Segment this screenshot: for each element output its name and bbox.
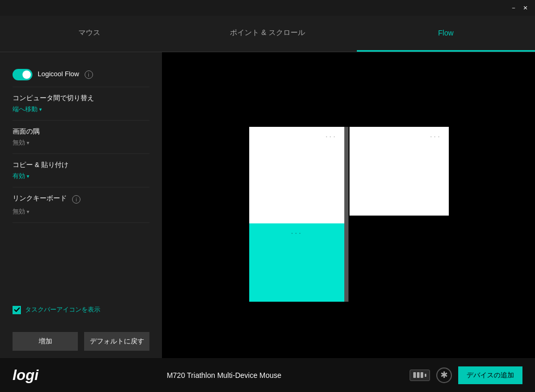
tab-mouse[interactable]: マウス [0, 16, 178, 52]
logicool-flow-label: Logicool Flow [38, 70, 79, 78]
close-button[interactable]: ✕ [519, 2, 531, 14]
screen-corner-row: 画面の隅 無効 ▾ [13, 121, 149, 154]
reset-button[interactable]: デフォルトに戻す [84, 332, 149, 351]
tab-bar: マウス ポイント & スクロール Flow [0, 16, 535, 52]
add-button[interactable]: 増加 [13, 332, 78, 351]
left-panel: Logicool Flow i コンピュータ間で切り替え 端へ移動 ▾ 画面の隅… [0, 52, 162, 358]
screen-1-dots: ··· [325, 132, 337, 141]
screen-2: ··· [350, 127, 449, 216]
link-keyboard-chevron: ▾ [27, 209, 29, 215]
link-keyboard-row: リンクキーボード i 無効 ▾ [13, 187, 149, 223]
taskbar-label: タスクバーアイコンを表示 [25, 305, 100, 314]
screen-corner-label: 画面の隅 [13, 127, 149, 136]
copy-paste-sublabel[interactable]: 有効 ▾ [13, 172, 149, 181]
main-content: Logicool Flow i コンピュータ間で切り替え 端へ移動 ▾ 画面の隅… [0, 52, 535, 358]
screen-corner-sublabel[interactable]: 無効 ▾ [13, 138, 149, 147]
footer-right: ✱ デバイスの追加 [410, 366, 522, 384]
title-bar: − ✕ [0, 0, 535, 16]
bottom-buttons: 増加 デフォルトに戻す [0, 325, 162, 358]
screen-3-dots: ··· [291, 229, 303, 238]
link-keyboard-info-icon[interactable]: i [72, 195, 80, 204]
right-panel: ··· ··· ··· [162, 52, 535, 358]
add-device-button[interactable]: デバイスの追加 [458, 366, 522, 384]
footer-logo: logi [13, 367, 39, 384]
tab-point-scroll[interactable]: ポイント & スクロール [178, 16, 356, 52]
screen-corner-chevron: ▾ [27, 140, 29, 146]
logicool-flow-info-icon[interactable]: i [85, 70, 93, 79]
screen-3: ··· [249, 223, 344, 302]
footer: logi M720 Triathlon Multi-Device Mouse ✱… [0, 358, 535, 392]
computer-switch-row: コンピュータ間で切り替え 端へ移動 ▾ [13, 87, 149, 121]
computer-switch-chevron: ▾ [39, 106, 42, 112]
minimize-button[interactable]: − [508, 2, 519, 14]
logicool-flow-row: Logicool Flow i [13, 63, 149, 87]
link-keyboard-sublabel[interactable]: 無効 ▾ [13, 207, 149, 216]
computer-switch-label: コンピュータ間で切り替え [13, 93, 149, 103]
computer-switch-sublabel[interactable]: 端へ移動 ▾ [13, 105, 149, 114]
logicool-flow-toggle[interactable] [13, 69, 32, 80]
battery-icon [410, 370, 430, 381]
footer-device-name: M720 Triathlon Multi-Device Mouse [39, 371, 410, 379]
link-keyboard-label: リンクキーボード [13, 194, 67, 203]
screen-1: ··· [249, 127, 344, 223]
copy-paste-row: コピー & 貼り付け 有効 ▾ [13, 154, 149, 187]
taskbar-row: タスクバーアイコンを表示 [13, 297, 149, 314]
copy-paste-label: コピー & 貼り付け [13, 160, 149, 170]
screen-2-dots: ··· [430, 132, 441, 141]
taskbar-checkbox[interactable] [13, 306, 21, 314]
screen-divider [344, 127, 348, 302]
tab-flow[interactable]: Flow [357, 16, 535, 52]
connection-icon[interactable]: ✱ [436, 367, 452, 383]
flow-visualization: ··· ··· ··· [249, 127, 448, 283]
checkmark-icon [14, 307, 20, 312]
copy-paste-chevron: ▾ [27, 173, 29, 179]
